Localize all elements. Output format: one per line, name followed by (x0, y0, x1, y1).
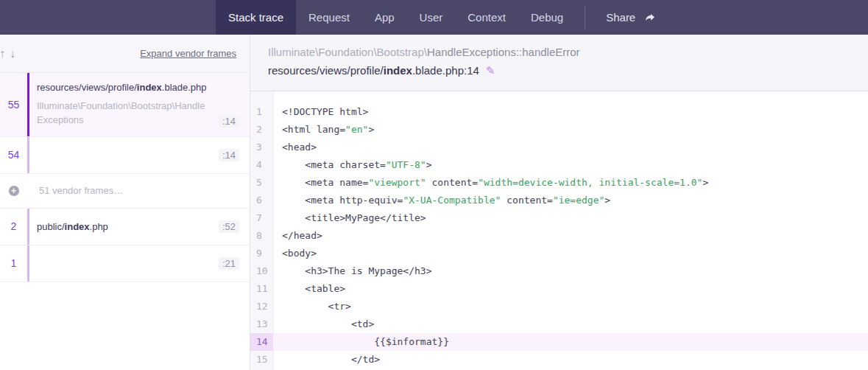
frame-number: 1 (0, 245, 27, 282)
frame-number: 55 (0, 73, 27, 136)
line-content: <meta http-equiv="X-UA-Compatible" conte… (273, 192, 610, 209)
line-content: <!DOCTYPE html> (273, 103, 368, 121)
line-number: 14 (250, 333, 273, 351)
class-method: HandleExceptions::handleError (427, 46, 580, 58)
vendor-frames-row[interactable]: +51 vendor frames… (0, 174, 250, 209)
code-line: 15 </td> (250, 351, 868, 369)
share-label: Share (606, 11, 635, 24)
line-number: 9 (250, 245, 273, 262)
line-content: <tr> (273, 298, 351, 315)
nav-separator (585, 6, 585, 29)
line-number: 4 (250, 156, 273, 174)
code-line: 11 <table> (250, 280, 868, 298)
vendor-frames-label: 51 vendor frames… (27, 185, 123, 196)
tab-debug[interactable]: Debug (518, 0, 576, 35)
line-content: <td> (273, 315, 374, 333)
code-line-highlighted: 14 {{$informat}} (250, 333, 868, 351)
line-content: <head> (273, 139, 317, 156)
frame-content: public/index.php:52 (29, 209, 250, 245)
line-number: 12 (250, 298, 273, 315)
frame-file: public/index.php (37, 221, 108, 232)
line-content: <meta name="viewport" content="width=dev… (273, 174, 708, 192)
nav-tabs: Stack traceRequestAppUserContextDebug (216, 0, 576, 35)
file-name: index (384, 64, 412, 77)
code-line: 2<html lang="en"> (250, 121, 868, 139)
frame-number: 2 (0, 209, 27, 245)
code-lines: 1<!DOCTYPE html>2<html lang="en">3<head>… (250, 103, 868, 369)
frame-content: resources/views/profile/index.blade.phpI… (29, 73, 250, 136)
plus-circle-icon[interactable]: + (9, 186, 19, 196)
frame-class: Illuminate\Foundation\Bootstrap\HandleEx… (37, 100, 208, 128)
code-line: 5 <meta name="viewport" content="width=d… (250, 174, 868, 192)
tab-app[interactable]: App (362, 0, 407, 35)
frame-file: resources/views/profile/index.blade.php (37, 82, 239, 93)
line-number: 8 (250, 227, 273, 245)
line-number: 11 (250, 280, 273, 298)
line-number: 3 (250, 139, 273, 156)
line-number: 2 (250, 121, 273, 139)
stack-frame-2[interactable]: 2public/index.php:52 (0, 209, 250, 245)
code-line: 10 <h3>The is Mypage</h3> (250, 262, 868, 280)
line-content: </head> (273, 227, 322, 245)
share-button[interactable]: Share (594, 0, 668, 35)
frame-list: 55resources/views/profile/index.blade.ph… (0, 73, 250, 282)
line-content: </td> (273, 351, 380, 369)
tab-context[interactable]: Context (455, 0, 518, 35)
line-number: 1 (250, 103, 273, 121)
code-line: 1<!DOCTYPE html> (250, 103, 868, 121)
line-number: 7 (250, 209, 273, 227)
file-suffix: .blade.php:14 (412, 64, 479, 77)
code-line: 7 <title>MyPage</title> (250, 209, 868, 227)
frame-content: :21 (29, 245, 250, 282)
line-content: <title>MyPage</title> (273, 209, 426, 227)
line-content: <table> (273, 280, 345, 298)
main-panel: Illuminate\Foundation\Bootstrap\HandleEx… (250, 35, 868, 370)
content-layout: ↑ ↓ Expand vendor frames 55resources/vie… (0, 35, 868, 370)
line-number: 6 (250, 192, 273, 209)
line-number: 13 (250, 315, 273, 333)
frame-content: :14 (29, 137, 250, 173)
code-line: 8</head> (250, 227, 868, 245)
tab-stack-trace[interactable]: Stack trace (216, 0, 296, 35)
code-line: 13 <td> (250, 315, 868, 333)
code-viewer: 1<!DOCTYPE html>2<html lang="en">3<head>… (250, 91, 868, 370)
frame-file-path: resources/views/profile/index.blade.php:… (268, 64, 868, 77)
line-content: <body> (273, 245, 317, 262)
stack-frame-54[interactable]: 54:14 (0, 137, 250, 174)
file-prefix: resources/views/profile/ (268, 64, 384, 77)
sidebar-toolbar: ↑ ↓ Expand vendor frames (0, 35, 250, 73)
stack-frames-sidebar: ↑ ↓ Expand vendor frames 55resources/vie… (0, 35, 250, 370)
frame-up-icon[interactable]: ↑ (0, 47, 7, 60)
expand-icon-cell: + (0, 186, 27, 196)
edit-pencil-icon[interactable]: ✎ (486, 64, 495, 77)
tab-user[interactable]: User (407, 0, 456, 35)
expand-vendor-frames-link[interactable]: Expand vendor frames (140, 48, 236, 59)
code-line: 6 <meta http-equiv="X-UA-Compatible" con… (250, 192, 868, 209)
tab-request[interactable]: Request (296, 0, 362, 35)
class-prefix: Illuminate\Foundation\Bootstrap\ (268, 46, 427, 58)
stack-frame-1[interactable]: 1:21 (0, 245, 250, 282)
frame-class-path: Illuminate\Foundation\Bootstrap\HandleEx… (268, 46, 868, 58)
share-icon (643, 12, 657, 24)
line-number-badge: :14 (219, 149, 239, 161)
line-content: {{$informat}} (273, 333, 449, 351)
top-nav: Stack traceRequestAppUserContextDebug Sh… (0, 0, 868, 35)
frame-down-icon[interactable]: ↓ (7, 47, 18, 60)
line-number-badge: :21 (219, 257, 239, 270)
code-line: 9<body> (250, 245, 868, 262)
code-line: 12 <tr> (250, 298, 868, 315)
line-content: <html lang="en"> (273, 121, 374, 139)
frame-number: 54 (0, 137, 27, 173)
line-number: 10 (250, 262, 273, 280)
stack-frame-55[interactable]: 55resources/views/profile/index.blade.ph… (0, 73, 250, 137)
code-line: 4 <meta charset="UTF-8"> (250, 156, 868, 174)
frame-nav-arrows: ↑ ↓ (0, 47, 18, 60)
frame-meta: Illuminate\Foundation\Bootstrap\HandleEx… (37, 100, 239, 128)
line-number-badge: :14 (219, 115, 239, 128)
line-number-badge: :52 (219, 220, 239, 233)
code-line: 3<head> (250, 139, 868, 156)
frame-header: Illuminate\Foundation\Bootstrap\HandleEx… (250, 35, 868, 91)
line-content: <h3>The is Mypage</h3> (273, 262, 432, 280)
line-content: <meta charset="UTF-8"> (273, 156, 432, 174)
line-number: 15 (250, 351, 273, 369)
